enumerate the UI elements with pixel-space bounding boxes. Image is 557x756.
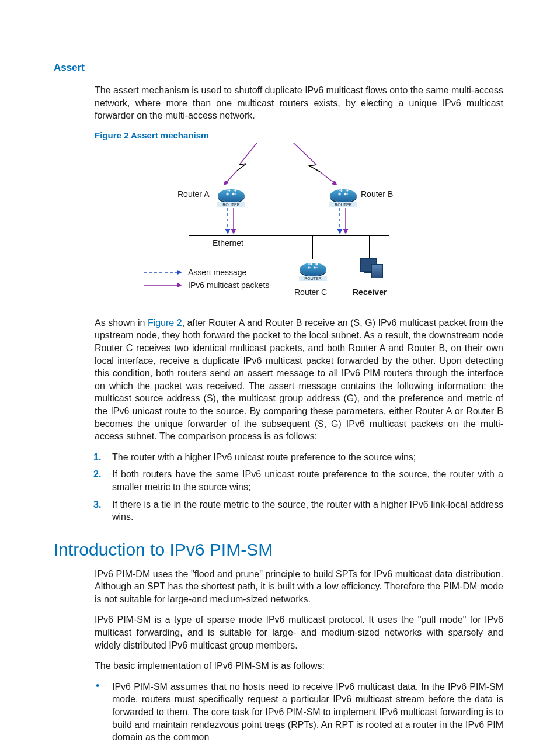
legend-assert-label: Assert message (188, 268, 246, 277)
text-post-figref: , after Router A and Router B receive an… (95, 318, 503, 441)
paragraph-after-figure: As shown in Figure 2, after Router A and… (54, 317, 503, 443)
figure-caption: Figure 2 Assert mechanism (54, 130, 503, 140)
heading-pim-sm: Introduction to IPv6 PIM-SM (54, 540, 503, 560)
pimsm-bullet-list: IPv6 PIM-SM assumes that no hosts need t… (54, 681, 503, 744)
computer-icon (356, 258, 383, 284)
figure-2-link[interactable]: Figure 2 (148, 318, 182, 328)
router-c-label: Router C (294, 287, 327, 297)
paragraph-pimsm-3: The basic implementation of IPv6 PIM-SM … (54, 660, 503, 672)
text-pre-figref: As shown in (95, 318, 148, 328)
diagram-assert: ROUTER Router A ROUTER Router B Ethernet… (135, 143, 462, 306)
ethernet-label: Ethernet (213, 238, 243, 248)
paragraph-pimsm-1: IPv6 PIM-DM uses the "flood and prune" p… (54, 568, 503, 606)
figure-diagram-container: ROUTER Router A ROUTER Router B Ethernet… (54, 143, 503, 306)
router-icon: ROUTER (299, 259, 327, 280)
paragraph-assert-intro: The assert mechanism is used to shutoff … (54, 84, 503, 122)
router-a-label: Router A (177, 189, 209, 199)
link-line (312, 235, 313, 259)
ethernet-bus-icon (189, 235, 389, 236)
router-icon: ROUTER (217, 186, 245, 207)
list-item: If there is a tie in the route metric to… (112, 498, 503, 523)
list-item: IPv6 PIM-SM assumes that no hosts need t… (112, 681, 503, 744)
list-item: If both routers have the same IPv6 unica… (112, 468, 503, 493)
link-line (369, 235, 370, 259)
page-number: 4 (0, 721, 557, 730)
router-b-label: Router B (361, 189, 393, 199)
multicast-arrows-icon (135, 143, 462, 306)
router-icon: ROUTER (329, 186, 357, 207)
legend-multicast-label: IPv6 multicast packets (188, 280, 269, 290)
paragraph-pimsm-2: IPv6 PIM-SM is a type of sparse mode IPv… (54, 613, 503, 651)
comparison-process-list: The router with a higher IPv6 unicast ro… (54, 451, 503, 523)
heading-assert: Assert (54, 62, 503, 74)
receiver-label: Receiver (353, 287, 387, 297)
list-item: The router with a higher IPv6 unicast ro… (112, 451, 503, 464)
